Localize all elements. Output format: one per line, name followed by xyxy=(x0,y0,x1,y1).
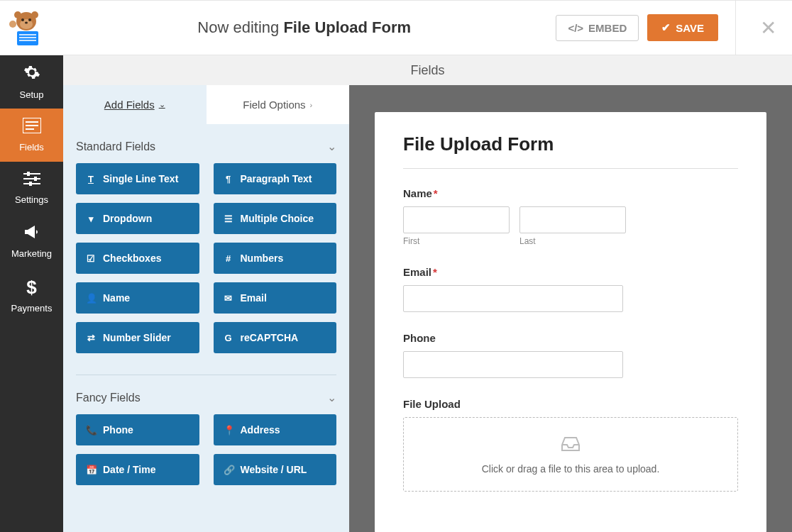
label-name: Name* xyxy=(403,187,738,199)
sidebar-item-setup[interactable]: Setup xyxy=(0,55,63,109)
user-icon: 👤 xyxy=(86,293,96,304)
group-standard-fields[interactable]: Standard Fields ⌄ xyxy=(76,140,336,163)
tab-field-options[interactable]: Field Options › xyxy=(207,85,350,124)
paragraph-icon: ¶ xyxy=(224,174,233,184)
svg-rect-19 xyxy=(27,172,30,176)
svg-rect-21 xyxy=(29,182,32,186)
upload-hint: Click or drag a file to this area to upl… xyxy=(482,463,660,475)
close-icon: ✕ xyxy=(760,17,776,39)
calendar-icon: 📅 xyxy=(86,465,96,475)
chevron-right-icon: › xyxy=(310,101,313,109)
slider-icon: ⇄ xyxy=(86,333,96,343)
sidebar-item-settings[interactable]: Settings xyxy=(0,162,63,215)
svg-rect-15 xyxy=(26,128,34,130)
check-icon: ☑ xyxy=(86,253,96,264)
input-email[interactable] xyxy=(403,285,623,312)
svg-rect-16 xyxy=(23,173,40,174)
sidebar: Setup Fields Settings Marketing $ Paymen… xyxy=(0,55,63,532)
sidebar-item-payments[interactable]: $ Payments xyxy=(0,268,63,321)
dollar-icon: $ xyxy=(26,277,36,299)
embed-button[interactable]: </> EMBED xyxy=(556,15,639,41)
fields-panel: Add Fields ⌄ Field Options › Standard Fi… xyxy=(63,85,349,532)
svg-rect-14 xyxy=(26,125,38,126)
form-field-email: Email* xyxy=(403,266,738,312)
page-title: Now editing File Upload Form xyxy=(53,18,556,37)
field-recaptcha[interactable]: GreCAPTCHA xyxy=(214,322,337,353)
svg-point-11 xyxy=(9,21,16,28)
save-button[interactable]: ✔ SAVE xyxy=(647,14,718,41)
field-email[interactable]: ✉Email xyxy=(214,282,337,314)
tab-add-fields[interactable]: Add Fields ⌄ xyxy=(63,85,207,124)
svg-point-2 xyxy=(31,11,38,18)
svg-rect-17 xyxy=(23,178,40,179)
form-icon xyxy=(23,118,41,138)
svg-rect-20 xyxy=(34,177,37,181)
field-numbers[interactable]: #Numbers xyxy=(214,243,337,274)
list-icon: ☰ xyxy=(224,214,233,224)
bullhorn-icon xyxy=(23,224,40,244)
field-number-slider[interactable]: ⇄Number Slider xyxy=(76,322,199,353)
gear-icon xyxy=(23,64,40,85)
sidebar-item-fields[interactable]: Fields xyxy=(0,109,63,162)
field-single-line-text[interactable]: TSingle Line Text xyxy=(76,163,199,194)
field-dropdown[interactable]: ▾Dropdown xyxy=(76,203,199,234)
label-phone: Phone xyxy=(403,332,738,344)
svg-rect-10 xyxy=(19,40,36,41)
form-preview: File Upload Form Name* First Last xyxy=(349,85,792,532)
form-field-upload: File Upload Click or drag a file to this… xyxy=(403,398,738,492)
svg-point-6 xyxy=(25,22,28,24)
divider xyxy=(735,0,736,55)
field-checkboxes[interactable]: ☑Checkboxes xyxy=(76,243,199,274)
text-icon: T xyxy=(86,174,96,184)
svg-rect-8 xyxy=(19,34,36,35)
field-phone[interactable]: 📞Phone xyxy=(76,414,199,445)
panel-title: Fields xyxy=(63,55,792,85)
check-icon: ✔ xyxy=(661,21,671,34)
link-icon: 🔗 xyxy=(224,465,233,475)
envelope-icon: ✉ xyxy=(224,293,233,304)
svg-point-1 xyxy=(14,11,21,18)
chevron-down-icon: ⌄ xyxy=(327,140,336,153)
svg-point-5 xyxy=(28,18,31,21)
divider xyxy=(403,168,738,169)
svg-rect-9 xyxy=(19,37,36,38)
form-field-name: Name* First Last xyxy=(403,187,738,246)
field-date-time[interactable]: 📅Date / Time xyxy=(76,454,199,485)
field-name[interactable]: 👤Name xyxy=(76,282,199,314)
close-button[interactable]: ✕ xyxy=(756,16,781,40)
g-icon: G xyxy=(224,333,233,343)
hash-icon: # xyxy=(224,253,233,264)
chevron-down-icon: ⌄ xyxy=(327,391,336,404)
label-upload: File Upload xyxy=(403,398,738,410)
inbox-icon xyxy=(560,435,581,456)
sublabel-first: First xyxy=(403,236,510,246)
input-phone[interactable] xyxy=(403,351,623,378)
pin-icon: 📍 xyxy=(224,425,233,436)
label-email: Email* xyxy=(403,266,738,278)
field-multiple-choice[interactable]: ☰Multiple Choice xyxy=(214,203,337,234)
input-first-name[interactable] xyxy=(403,206,510,233)
caret-icon: ▾ xyxy=(86,214,96,224)
sliders-icon xyxy=(23,172,40,190)
code-icon: </> xyxy=(568,22,583,34)
field-website-url[interactable]: 🔗Website / URL xyxy=(214,454,337,485)
svg-point-4 xyxy=(21,18,24,21)
upload-dropzone[interactable]: Click or drag a file to this area to upl… xyxy=(403,417,738,492)
sublabel-last: Last xyxy=(519,236,626,246)
group-fancy-fields[interactable]: Fancy Fields ⌄ xyxy=(76,391,336,414)
svg-rect-13 xyxy=(26,121,38,123)
app-logo xyxy=(7,9,45,47)
sidebar-item-marketing[interactable]: Marketing xyxy=(0,215,63,268)
phone-icon: 📞 xyxy=(86,425,96,436)
input-last-name[interactable] xyxy=(519,206,626,233)
top-bar: Now editing File Upload Form </> EMBED ✔… xyxy=(0,0,792,55)
form-field-phone: Phone xyxy=(403,332,738,378)
field-paragraph-text[interactable]: ¶Paragraph Text xyxy=(214,163,337,194)
chevron-down-icon: ⌄ xyxy=(159,100,165,109)
field-address[interactable]: 📍Address xyxy=(214,414,337,445)
form-title: File Upload Form xyxy=(403,133,738,168)
